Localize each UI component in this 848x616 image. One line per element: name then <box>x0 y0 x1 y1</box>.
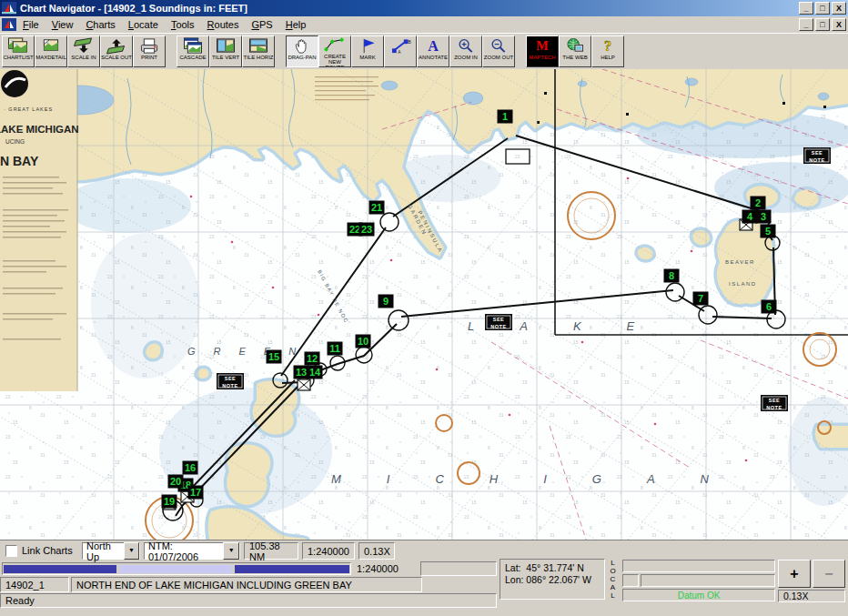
waypoint-marker-14[interactable]: 14 <box>308 366 323 379</box>
toolbar-tilevert-button[interactable]: TILE VERT <box>209 35 242 67</box>
menu-view[interactable]: View <box>45 17 80 32</box>
toolbar-chartlist-button[interactable]: CHARTLIST <box>2 35 35 67</box>
waypoint-marker-6[interactable]: 6 <box>762 300 777 314</box>
child-minimize-button[interactable]: _ <box>799 18 813 31</box>
menu-file[interactable]: File <box>16 17 45 32</box>
tilevert-icon <box>214 36 237 55</box>
link-charts-label: Link Charts <box>22 545 73 556</box>
toolbar-mark-button[interactable]: MARK <box>351 35 384 67</box>
svg-text:A: A <box>398 50 401 55</box>
waypoint-marker-13[interactable]: 13 <box>294 366 309 379</box>
waypoint-marker-1[interactable]: 1 <box>498 110 513 124</box>
toolbar-dragpan-button[interactable]: DRAG-PAN <box>286 35 318 67</box>
chart-label: GREEN <box>187 346 314 357</box>
see-note-box: SEENOTE <box>217 373 244 389</box>
svg-text:M: M <box>536 38 549 53</box>
menu-help[interactable]: Help <box>279 17 313 32</box>
toolbar-zoomout-button[interactable]: ZOOM OUT <box>482 35 515 67</box>
toolbar-print-button[interactable]: PRINT <box>133 35 166 67</box>
cascade-icon <box>181 36 205 55</box>
waypoint-marker-20[interactable]: 20 <box>168 475 184 489</box>
menu-tools[interactable]: Tools <box>165 17 201 32</box>
scale-slider-segment[interactable] <box>235 565 349 573</box>
zoom-display: 0.13X <box>358 542 395 560</box>
toolbar-scalein-button[interactable]: SCALE IN <box>67 35 100 67</box>
waypoint-marker-11[interactable]: 11 <box>328 342 343 356</box>
collar-line-3: UCING <box>5 138 25 145</box>
minimize-button[interactable]: _ <box>799 2 813 15</box>
menu-gps[interactable]: GPS <box>245 17 278 32</box>
chart-navigator-window: Chart Navigator - [14902_1 Soundings in:… <box>0 0 848 616</box>
svg-text:?: ? <box>604 38 611 54</box>
menu-routes[interactable]: Routes <box>201 17 246 32</box>
waypoint-marker-9[interactable]: 9 <box>379 295 394 308</box>
scale-slider-thumb[interactable] <box>119 565 232 573</box>
svg-text:SEE: SEE <box>769 398 781 403</box>
waypoint-marker-10[interactable]: 10 <box>356 335 371 348</box>
status-bar: Ready <box>0 593 497 608</box>
datum-local-label: LOCAL <box>606 559 620 601</box>
toolbar-tilehoriz-button[interactable]: TILE HORIZ <box>242 35 275 67</box>
chart-label: MICHIGAN <box>331 472 754 486</box>
menu-locate[interactable]: Locate <box>122 17 165 32</box>
svg-text:14: 14 <box>309 367 321 378</box>
maxdetail-icon <box>39 36 63 55</box>
waypoint-marker-17[interactable]: 17 <box>188 486 204 500</box>
toolbar: CHARTLISTMAXDETAILSCALE INSCALE OUTPRINT… <box>0 33 848 69</box>
svg-text:7: 7 <box>698 293 703 304</box>
nautical-chart[interactable]: 23 8 15 31 <box>0 69 848 540</box>
zoom-out-button[interactable]: − <box>813 560 845 588</box>
lat-label: Lat: <box>505 562 521 573</box>
close-button[interactable]: X <box>832 2 846 15</box>
waypoint-marker-16[interactable]: 16 <box>183 461 198 475</box>
maptech-icon: M <box>530 36 554 55</box>
toolbar-theweb-button[interactable]: THE WEB <box>559 35 591 67</box>
waypoint-marker-12[interactable]: 12 <box>305 352 320 366</box>
svg-text:1: 1 <box>502 111 508 122</box>
toolbar-annotate-button[interactable]: AANNOTATE <box>417 35 449 67</box>
child-restore-button[interactable]: □ <box>815 18 830 31</box>
toolbar-scaleout-button[interactable]: SCALE OUT <box>100 35 133 67</box>
waypoint-marker-8[interactable]: 8 <box>664 269 680 283</box>
orientation-dropdown[interactable]: North Up ▼ <box>82 542 140 560</box>
chart-map[interactable]: 23 8 15 31 <box>0 69 848 540</box>
toolbar-help-button[interactable]: ?HELP <box>591 35 624 67</box>
link-charts-checkbox[interactable] <box>5 545 17 557</box>
waypoint-marker-2[interactable]: 2 <box>751 197 766 210</box>
chart-label: BEAVER <box>725 259 755 265</box>
toolbar-maptech-button[interactable]: MMAPTECH <box>526 35 559 67</box>
svg-text:8: 8 <box>669 270 674 281</box>
chevron-down-icon[interactable]: ▼ <box>223 542 239 560</box>
toolbar-newroute-button[interactable]: CREATE NEW ROUTE <box>318 35 351 67</box>
maximize-button[interactable]: □ <box>815 2 830 15</box>
zoom-in-button[interactable]: + <box>778 560 811 588</box>
chart-logo <box>1 70 28 97</box>
waypoint-marker-4[interactable]: 4 <box>742 210 758 224</box>
toolbar-maxdetail-button[interactable]: MAXDETAIL <box>35 35 67 67</box>
menu-charts[interactable]: Charts <box>79 17 121 32</box>
waypoint-marker-15[interactable]: 15 <box>267 350 282 364</box>
collar-line-4: N BAY <box>0 154 39 168</box>
child-close-button[interactable]: X <box>832 18 846 31</box>
waypoint-marker-3[interactable]: 3 <box>756 210 772 224</box>
empty-box <box>641 574 775 587</box>
scale-slider-track[interactable] <box>2 562 351 575</box>
waypoint-marker-19[interactable]: 19 <box>162 495 177 509</box>
svg-text:SEE: SEE <box>225 376 237 381</box>
title-bar: Chart Navigator - [14902_1 Soundings in:… <box>0 0 848 16</box>
see-note-box: SEENOTE <box>761 395 788 411</box>
chevron-down-icon[interactable]: ▼ <box>124 542 139 560</box>
toolbar-ruler-button[interactable]: AB <box>384 35 417 67</box>
waypoint-marker-5[interactable]: 5 <box>761 225 776 238</box>
scale-slider-segment[interactable] <box>4 565 116 573</box>
app-icon <box>2 2 16 15</box>
svg-text:13: 13 <box>296 367 307 378</box>
svg-text:20: 20 <box>170 476 181 487</box>
svg-text:SEE: SEE <box>812 150 823 156</box>
ntm-dropdown[interactable]: NTM: 01/07/2006 ▼ <box>144 542 240 560</box>
waypoint-marker-21[interactable]: 21 <box>369 201 385 215</box>
waypoint-marker-7[interactable]: 7 <box>693 292 709 306</box>
toolbar-zoomin-button[interactable]: ZOOM IN <box>449 35 482 67</box>
toolbar-cascade-button[interactable]: CASCADE <box>177 35 209 67</box>
waypoint-marker-23[interactable]: 23 <box>359 223 375 237</box>
